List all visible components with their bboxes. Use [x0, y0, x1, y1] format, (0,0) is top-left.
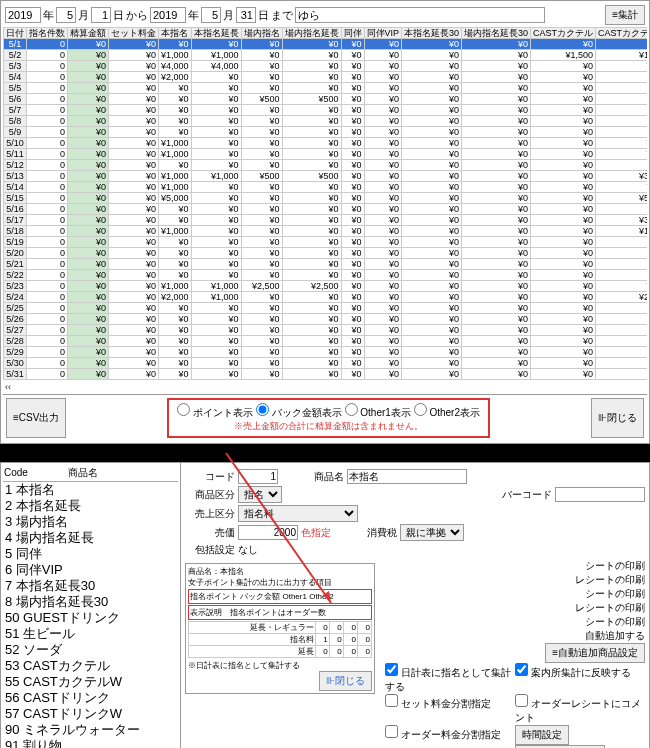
table-row[interactable]: 5/40¥0¥0¥2,000¥0¥0¥0¥0¥0¥0¥0¥0¥0¥0 — [4, 72, 648, 83]
table-row[interactable]: 5/110¥0¥0¥1,000¥0¥0¥0¥0¥0¥0¥0¥0¥625¥0 — [4, 149, 648, 160]
list-item[interactable]: 50 GUESTドリンク — [3, 610, 178, 626]
list-item[interactable]: 5 同伴 — [3, 546, 178, 562]
table-row[interactable]: 5/170¥0¥0¥0¥0¥0¥0¥0¥0¥0¥0¥0¥3,500¥0 — [4, 215, 648, 226]
table-row[interactable]: 5/60¥0¥0¥0¥0¥500¥500¥0¥0¥0¥0¥0¥0¥0 — [4, 94, 648, 105]
list-item[interactable]: 7 本指名延長30 — [3, 578, 178, 594]
table-row[interactable]: 5/160¥0¥0¥0¥0¥0¥0¥0¥0¥0¥0¥0¥0¥0 — [4, 204, 648, 215]
list-item[interactable]: 2 本指名延長 — [3, 498, 178, 514]
time-setting-button[interactable]: 時間設定 — [515, 725, 569, 745]
sales-kubun-select[interactable]: 指名料 — [238, 505, 358, 522]
auto-add-button[interactable]: ≡自動追加商品設定 — [545, 643, 645, 663]
table-row[interactable]: 5/300¥0¥0¥0¥0¥0¥0¥0¥0¥0¥0¥0¥0¥0 — [4, 358, 648, 369]
list-item[interactable]: 91 割り物 — [3, 738, 178, 748]
table-row[interactable]: 5/100¥0¥0¥1,000¥0¥0¥0¥0¥0¥0¥0¥0¥300¥0 — [4, 138, 648, 149]
table-row[interactable]: 5/20¥0¥0¥1,000¥1,000¥0¥0¥0¥0¥0¥0¥1,500¥1… — [4, 50, 648, 61]
sub-row: 延長0000 — [189, 646, 372, 658]
list-item[interactable]: 53 CASTカクテル — [3, 658, 178, 674]
list-item[interactable]: 56 CASTドリンク — [3, 690, 178, 706]
table-row[interactable]: 5/250¥0¥0¥0¥0¥0¥0¥0¥0¥0¥0¥0¥0¥0 — [4, 303, 648, 314]
aggregate-button[interactable]: ≡集計 — [605, 5, 645, 25]
table-row[interactable]: 5/90¥0¥0¥0¥0¥0¥0¥0¥0¥0¥0¥0¥0¥0 — [4, 127, 648, 138]
staff-name-input[interactable] — [295, 7, 545, 23]
item-list[interactable]: 1 本指名2 本指名延長3 場内指名4 場内指名延長5 同伴6 同伴VIP7 本… — [3, 482, 178, 748]
day-to[interactable] — [236, 7, 256, 23]
code-input[interactable] — [238, 469, 278, 484]
list-item[interactable]: 4 場内指名延長 — [3, 530, 178, 546]
sub-desc-row: 表示説明 指名ポイントはオーダー数 — [188, 605, 372, 620]
sub-row: 指名料1000 — [189, 634, 372, 646]
sub-close-button[interactable]: ⊪閉じる — [319, 671, 372, 691]
table-row[interactable]: 5/30¥0¥0¥4,000¥4,000¥0¥0¥0¥0¥0¥0¥0¥900¥0 — [4, 61, 648, 72]
close-button-top[interactable]: ⊪閉じる — [591, 398, 644, 438]
year-from[interactable] — [5, 7, 41, 23]
list-item[interactable]: 1 本指名 — [3, 482, 178, 498]
list-item[interactable]: 6 同伴VIP — [3, 562, 178, 578]
table-row[interactable]: 5/240¥0¥0¥2,000¥1,000¥0¥0¥0¥0¥0¥0¥0¥2,55… — [4, 292, 648, 303]
table-row[interactable]: 5/280¥0¥0¥0¥0¥0¥0¥0¥0¥0¥0¥0¥0¥0 — [4, 336, 648, 347]
color-link[interactable]: 色指定 — [301, 526, 331, 540]
checkbox-panel: シートの印刷 レシートの印刷 シートの印刷 レシートの印刷 シートの印刷 自動追… — [385, 559, 645, 748]
table-row[interactable]: 5/10¥0¥0¥0¥0¥0¥0¥0¥0¥0¥0¥0¥0¥0 — [4, 39, 648, 50]
list-item[interactable]: 3 場内指名 — [3, 514, 178, 530]
table-row[interactable]: 5/140¥0¥0¥1,000¥0¥0¥0¥0¥0¥0¥0¥0¥750¥0 — [4, 182, 648, 193]
list-item[interactable]: 55 CASTカクテルW — [3, 674, 178, 690]
table-row[interactable]: 5/190¥0¥0¥0¥0¥0¥0¥0¥0¥0¥0¥0¥0¥0 — [4, 237, 648, 248]
list-item[interactable]: 90 ミネラルウォーター — [3, 722, 178, 738]
table-row[interactable]: 5/260¥0¥0¥0¥0¥0¥0¥0¥0¥0¥0¥0¥0¥0 — [4, 314, 648, 325]
table-row[interactable]: 5/150¥0¥0¥5,000¥0¥0¥0¥0¥0¥0¥0¥0¥5,400¥0 — [4, 193, 648, 204]
list-item[interactable]: 52 ソーダ — [3, 642, 178, 658]
sub-row: 延長・レギュラー0000 — [189, 622, 372, 634]
list-item[interactable]: 51 生ビール — [3, 626, 178, 642]
date-range-bar: 年 月 日 から 年 月 日 まで ≡集計 — [3, 3, 647, 27]
product-kubun-select[interactable]: 指名 — [238, 486, 282, 503]
month-to[interactable] — [201, 7, 221, 23]
product-name-input[interactable] — [347, 469, 467, 484]
year-to[interactable] — [150, 7, 186, 23]
table-row[interactable]: 5/290¥0¥0¥0¥0¥0¥0¥0¥0¥0¥0¥0¥0¥0 — [4, 347, 648, 358]
table-row[interactable]: 5/310¥0¥0¥0¥0¥0¥0¥0¥0¥0¥0¥0¥0¥0 — [4, 369, 648, 380]
table-row[interactable]: 5/200¥0¥0¥0¥0¥0¥0¥0¥0¥0¥0¥0¥0¥0 — [4, 248, 648, 259]
item-list-header: Code 商品名 — [3, 465, 178, 482]
table-row[interactable]: 5/220¥0¥0¥0¥0¥0¥0¥0¥0¥0¥0¥0¥0¥0 — [4, 270, 648, 281]
table-row[interactable]: 5/120¥0¥0¥0¥0¥0¥0¥0¥0¥0¥0¥0¥0¥0 — [4, 160, 648, 171]
day-from[interactable] — [91, 7, 111, 23]
csv-export-button[interactable]: ≡CSV出力 — [6, 398, 66, 438]
table-row[interactable]: 5/70¥0¥0¥0¥0¥0¥0¥0¥0¥0¥0¥0¥0¥0 — [4, 105, 648, 116]
table-row[interactable]: 5/80¥0¥0¥0¥0¥0¥0¥0¥0¥0¥0¥0¥0¥0 — [4, 116, 648, 127]
table-row[interactable]: 5/130¥0¥0¥1,000¥1,000¥500¥500¥0¥0¥0¥0¥0¥… — [4, 171, 648, 182]
table-row[interactable]: 5/270¥0¥0¥0¥0¥0¥0¥0¥0¥0¥0¥0¥0¥0 — [4, 325, 648, 336]
sub-dialog: 商品名：本指名 女子ポイント集計の出力に出力する項目 指名ポイント バック金額 … — [185, 563, 375, 694]
table-row[interactable]: 5/230¥0¥0¥1,000¥1,000¥2,500¥2,500¥0¥0¥0¥… — [4, 281, 648, 292]
list-item[interactable]: 8 場内指名延長30 — [3, 594, 178, 610]
price-input[interactable] — [238, 525, 298, 540]
tax-select[interactable]: 親に準拠 — [400, 524, 464, 541]
sub-columns-row: 指名ポイント バック金額 Other1 Other2 — [188, 589, 372, 604]
barcode-input[interactable] — [555, 487, 645, 502]
display-mode-radios: ポイント表示 バック金額表示 Other1表示 Other2表示 ※売上金額の合… — [167, 398, 490, 438]
table-row[interactable]: 5/50¥0¥0¥0¥0¥0¥0¥0¥0¥0¥0¥0¥0¥0 — [4, 83, 648, 94]
table-row[interactable]: 5/210¥0¥0¥0¥0¥0¥0¥0¥0¥0¥0¥0¥0¥0 — [4, 259, 648, 270]
list-item[interactable]: 57 CASTドリンクW — [3, 706, 178, 722]
month-from[interactable] — [56, 7, 76, 23]
table-row[interactable]: 5/180¥0¥0¥1,000¥0¥0¥0¥0¥0¥0¥0¥0¥1,200¥0 — [4, 226, 648, 237]
points-table: 日付指名件数精算金額セット料金本指名本指名延長場内指名場内指名延長同伴同伴VIP… — [3, 27, 647, 380]
